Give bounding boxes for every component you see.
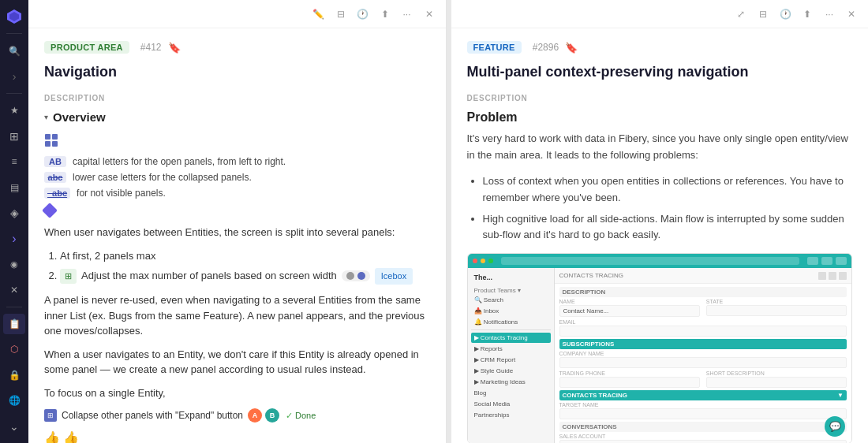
doc-icon[interactable]: 📋 bbox=[3, 314, 25, 334]
x-icon[interactable]: ✕ bbox=[3, 279, 25, 300]
right-panel-section-label: DESCRIPTION bbox=[467, 94, 853, 102]
arrow-icon[interactable]: › bbox=[3, 229, 25, 249]
overview-toggle[interactable]: ▾ Overview bbox=[44, 110, 430, 124]
crm-field-name: NAME Contact Name... bbox=[559, 299, 700, 317]
close-right-panel-button[interactable]: ✕ bbox=[843, 6, 860, 23]
crm-screenshot: The... Product Teams ▾ 🔍 Search 📥 Inbox … bbox=[468, 254, 852, 443]
right-panel-toolbar: ⤢ ⊟ 🕐 ⬆ ··· ✕ bbox=[451, 0, 869, 28]
crm-sidebar-marketing: ▶ Marketing Ideas bbox=[471, 377, 551, 387]
timeline-icon[interactable]: ▤ bbox=[3, 177, 25, 198]
close-left-panel-button[interactable]: ✕ bbox=[421, 6, 438, 23]
toggle-switch[interactable] bbox=[342, 270, 370, 281]
list-item-1: At first, 2 panels max bbox=[60, 248, 430, 265]
problem-intro: It's very hard to work with data in Fibe… bbox=[467, 131, 853, 164]
body-text-4: To focus on a single Entity, bbox=[44, 385, 430, 401]
crm-field-state: STATE bbox=[706, 299, 847, 317]
crm-main-content: CONTACTS TRACING DESCRIPTION bbox=[555, 268, 852, 443]
svg-rect-2 bbox=[45, 134, 51, 140]
crm-field-target: TARGET NAME bbox=[559, 402, 847, 419]
crm-action-3 bbox=[839, 272, 847, 280]
crm-divider bbox=[471, 329, 551, 330]
svg-rect-3 bbox=[52, 134, 58, 140]
crm-sidebar-crm: ▶ CRM Report bbox=[471, 355, 551, 365]
left-panel: ✏️ ⊟ 🕐 ⬆ ··· ✕ PRODUCT AREA #412 🔖 Navig… bbox=[28, 0, 447, 443]
abc-description: lower case letters for the collapsed pan… bbox=[73, 172, 252, 183]
product-area-badge[interactable]: PRODUCT AREA bbox=[44, 41, 129, 54]
avatar-group: A B bbox=[248, 408, 281, 423]
circle-icon[interactable]: ◉ bbox=[3, 254, 25, 274]
star-icon[interactable]: ★ bbox=[3, 100, 25, 121]
crm-desc-section: DESCRIPTION bbox=[559, 287, 847, 297]
more-icon[interactable]: ··· bbox=[398, 6, 416, 23]
crm-icon-1 bbox=[807, 257, 818, 265]
grid-icon[interactable]: ⊞ bbox=[3, 126, 25, 147]
crm-sidebar-style: ▶ Style Guide bbox=[471, 366, 551, 376]
crm-row-4: TRADING PHONE SHORT DESCRIPTION bbox=[559, 370, 847, 388]
expand-right-icon[interactable]: ⤢ bbox=[732, 6, 750, 23]
crm-row-5: TARGET NAME bbox=[559, 402, 847, 419]
grid-view-icon[interactable]: ⊟ bbox=[332, 6, 350, 23]
problem-section: Problem It's very hard to work with data… bbox=[467, 110, 853, 244]
chevron-down-icon[interactable]: ⌄ bbox=[3, 416, 25, 437]
crm-header: CONTACTS TRACING bbox=[555, 268, 852, 284]
screenshot-container: The... Product Teams ▾ 🔍 Search 📥 Inbox … bbox=[467, 253, 853, 443]
grid-right-icon[interactable]: ⊟ bbox=[754, 6, 772, 23]
crm-action-1 bbox=[818, 272, 826, 280]
more-right-icon[interactable]: ··· bbox=[821, 6, 838, 23]
main-area: ✏️ ⊟ 🕐 ⬆ ··· ✕ PRODUCT AREA #412 🔖 Navig… bbox=[28, 0, 868, 443]
crm-icon-3 bbox=[836, 257, 847, 265]
grid-icon-block bbox=[44, 133, 430, 150]
crm-row-6: SALES ACCOUNT bbox=[559, 434, 847, 443]
bullet-1: Loss of context when you open entities i… bbox=[483, 173, 853, 207]
bookmark-icon[interactable]: 🔖 bbox=[168, 42, 181, 54]
share-icon[interactable]: ⬆ bbox=[376, 6, 394, 23]
crm-top-bar bbox=[468, 254, 852, 268]
svg-rect-4 bbox=[45, 141, 51, 147]
sidebar-divider-2 bbox=[6, 93, 22, 94]
left-panel-title: Navigation bbox=[44, 63, 430, 81]
expand-icon[interactable]: › bbox=[3, 66, 25, 87]
lock-icon[interactable]: 🔒 bbox=[3, 365, 25, 385]
avatar-1: A bbox=[248, 408, 262, 423]
toggle-dot-2 bbox=[357, 272, 365, 280]
ab-badge: AB bbox=[44, 156, 66, 167]
puzzle-icon[interactable]: ⬡ bbox=[3, 339, 25, 359]
crm-label-company: COMPANY NAME bbox=[559, 351, 847, 356]
search-icon[interactable]: 🔍 bbox=[3, 40, 25, 61]
crm-field-sales: SALES ACCOUNT bbox=[559, 434, 847, 443]
edit-icon[interactable]: ✏️ bbox=[310, 6, 327, 23]
bullet-2: High cognitive load for all side-actions… bbox=[483, 211, 853, 244]
crm-value-name: Contact Name... bbox=[559, 305, 700, 317]
list-icon[interactable]: ≡ bbox=[3, 151, 25, 172]
crm-sidebar-header: The... bbox=[471, 271, 551, 284]
share-right-icon[interactable]: ⬆ bbox=[799, 6, 816, 23]
problem-title: Problem bbox=[467, 110, 853, 125]
history-right-icon[interactable]: 🕐 bbox=[776, 6, 794, 23]
crm-row-3: COMPANY NAME bbox=[559, 351, 847, 368]
crm-value-phone bbox=[559, 377, 700, 388]
problem-bullets: Loss of context when you open entities i… bbox=[467, 173, 853, 244]
app-logo[interactable] bbox=[3, 6, 25, 27]
crm-sidebar-inbox: 📥 Inbox bbox=[471, 306, 551, 316]
right-panel-id: #2896 bbox=[533, 42, 559, 53]
check-icon: ✓ bbox=[286, 411, 293, 421]
body-text-2: A panel is never re-used, even when navi… bbox=[44, 292, 430, 339]
crm-field-company: COMPANY NAME bbox=[559, 351, 847, 368]
legend-item-ab: AB capital letters for the open panels, … bbox=[44, 156, 430, 167]
left-panel-toolbar: ✏️ ⊟ 🕐 ⬆ ··· ✕ bbox=[28, 0, 446, 28]
globe-icon[interactable]: 🌐 bbox=[3, 390, 25, 411]
crm-sidebar-reports: ▶ Reports bbox=[471, 344, 551, 354]
right-panel-content: FEATURE #2896 🔖 Multi-panel context-pres… bbox=[451, 28, 869, 443]
crm-label-phone: TRADING PHONE bbox=[559, 370, 700, 376]
right-bookmark-icon[interactable]: 🔖 bbox=[565, 42, 578, 54]
list-item-2: ⊞ Adjust the max number of panels based … bbox=[60, 268, 430, 285]
crm-value-short-desc bbox=[706, 377, 847, 388]
crm-row-2: EMAIL bbox=[559, 319, 847, 337]
feature-badge[interactable]: FEATURE bbox=[467, 41, 522, 54]
tag-icon[interactable]: ◈ bbox=[3, 203, 25, 223]
history-icon[interactable]: 🕐 bbox=[354, 6, 372, 23]
chat-bubble[interactable]: 💬 bbox=[825, 416, 845, 437]
body-text-1: When user navigates between Entities, th… bbox=[44, 225, 430, 240]
crm-sidebar-social: Social Media bbox=[471, 399, 551, 409]
diamond-row bbox=[44, 205, 430, 218]
